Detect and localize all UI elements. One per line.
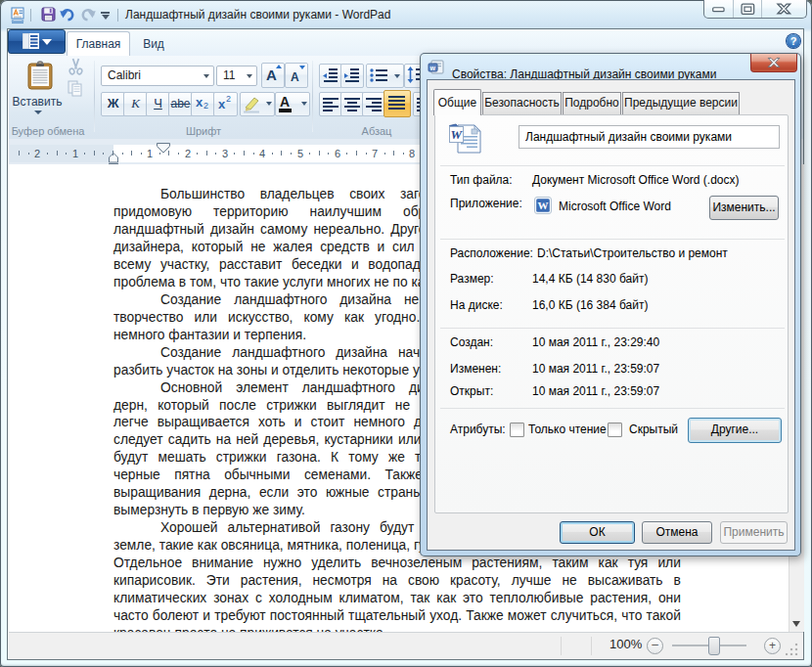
svg-text:W: W xyxy=(451,127,464,142)
svg-text:W: W xyxy=(538,200,549,211)
svg-text:w: w xyxy=(429,65,436,71)
